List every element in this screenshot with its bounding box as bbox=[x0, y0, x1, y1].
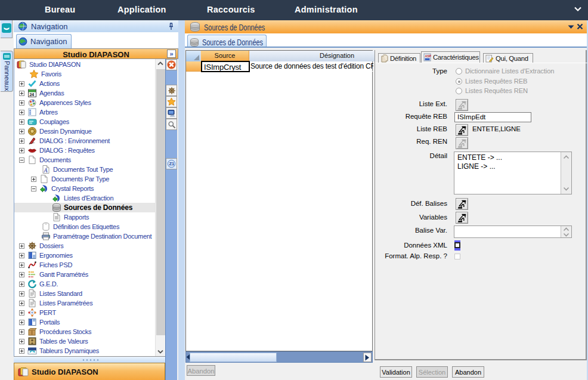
svg-text:24: 24 bbox=[29, 92, 35, 97]
svg-text:ASP: ASP bbox=[425, 54, 432, 58]
svg-text:Z1: Z1 bbox=[169, 161, 174, 166]
svg-text:A: A bbox=[44, 167, 48, 174]
